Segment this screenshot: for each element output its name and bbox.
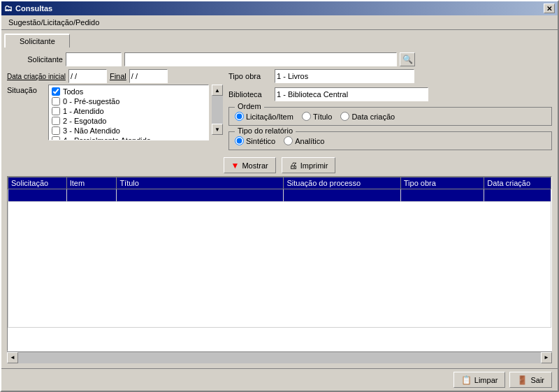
content-area: Solicitante 🔍 Data criação inicial Final (1, 47, 558, 368)
listbox-scroll-down[interactable]: ▼ (212, 124, 223, 135)
left-col: Data criação inicial Final Situação Todo… (7, 69, 223, 150)
data-table: Solicitação Item Título Situação do proc… (8, 177, 551, 328)
tipo-relatorio-radio-sintetico[interactable]: Sintético (235, 136, 275, 145)
col-situacao: Situação do processo (284, 177, 400, 189)
bottom-bar: 📋 Limpar 🚪 Sair (1, 368, 558, 391)
ordem-radio-data[interactable]: Data criação (340, 112, 395, 121)
window-title-icon: 🗂 (4, 3, 13, 13)
tipo-obra-select[interactable]: 1 - Livros2 - Periódicos3 - Outros (275, 69, 414, 83)
situacao-item-todos[interactable]: Todos (50, 87, 207, 96)
tipo-relatorio-radio-sintetico-input[interactable] (235, 136, 244, 145)
data-criacao-inicial-label[interactable]: Data criação inicial (7, 73, 66, 80)
tipo-relatorio-legend: Tipo do relatório (235, 126, 296, 135)
buttons-row: ▼ Mostrar 🖨 Imprimir (7, 157, 552, 173)
ordem-licitacao-label: Licitação/Item (246, 112, 293, 121)
biblioteca-row: Biblioteca 1 - Biblioteca Central2 - Bib… (228, 87, 552, 101)
scroll-left-button[interactable]: ◄ (7, 352, 18, 363)
tipo-obra-row: Tipo obra 1 - Livros2 - Periódicos3 - Ou… (228, 69, 552, 83)
situacao-checkbox-esgotado[interactable] (52, 117, 60, 125)
ordem-radio-licitacao[interactable]: Licitação/Item (235, 112, 293, 121)
col-item: Item (66, 177, 117, 189)
table-row[interactable] (8, 202, 551, 328)
tipo-relatorio-radio-group: Sintético Analítico (235, 136, 546, 145)
close-button[interactable]: ✕ (544, 3, 555, 13)
col-solicitacao: Solicitação (8, 177, 67, 189)
solicitante-row: Solicitante 🔍 (7, 52, 552, 66)
ordem-radio-licitacao-input[interactable] (235, 112, 244, 121)
ordem-radio-group: Licitação/Item Título Data criação (235, 112, 546, 121)
cell-titulo (117, 189, 284, 202)
limpar-button[interactable]: 📋 Limpar (453, 372, 506, 388)
situacao-checkbox-atendido[interactable] (52, 107, 60, 115)
sair-button[interactable]: 🚪 Sair (509, 372, 552, 388)
listbox-scroll-up[interactable]: ▲ (212, 85, 223, 96)
situacao-checkbox-nao-atendido[interactable] (52, 126, 60, 135)
tipo-relatorio-radio-analitico-input[interactable] (284, 136, 293, 145)
situacao-item-nao-atendido[interactable]: 3 - Não Atendido (50, 126, 207, 136)
middle-row: Data criação inicial Final Situação Todo… (7, 69, 552, 150)
situacao-label: Situação (7, 85, 45, 94)
limpar-label: Limpar (474, 376, 498, 384)
table-body (8, 189, 551, 328)
mostrar-icon: ▼ (231, 161, 240, 170)
imprimir-icon: 🖨 (289, 161, 298, 170)
mostrar-label: Mostrar (242, 161, 268, 170)
data-final-input[interactable] (129, 69, 168, 83)
col-data-criacao: Data criação (484, 177, 551, 189)
ordem-radio-titulo-input[interactable] (302, 112, 311, 121)
situacao-checkbox-parcialmente[interactable] (52, 136, 60, 140)
scroll-right-button[interactable]: ► (541, 352, 552, 363)
situacao-label-nao-atendido: 3 - Não Atendido (63, 126, 120, 135)
situacao-checkbox-todos[interactable] (52, 87, 60, 96)
situacao-item-pre-sugestao[interactable]: 0 - Pré-sugestão (50, 96, 207, 106)
cell-tipo-obra (400, 189, 484, 202)
solicitante-input-code[interactable] (66, 52, 122, 66)
tab-solicitante[interactable]: Solicitante (4, 34, 70, 48)
scroll-track[interactable] (18, 352, 541, 363)
situacao-item-atendido[interactable]: 1 - Atendido (50, 106, 207, 116)
final-label[interactable]: Final (110, 72, 126, 80)
col-tipo-obra: Tipo obra (400, 177, 484, 189)
data-inicial-input[interactable] (68, 69, 107, 83)
table-scroll-wrapper[interactable]: Solicitação Item Título Situação do proc… (8, 177, 551, 328)
biblioteca-label: Biblioteca (228, 90, 270, 99)
imprimir-button[interactable]: 🖨 Imprimir (282, 157, 336, 173)
situacao-label-esgotado: 2 - Esgotado (63, 117, 106, 125)
solicitante-label: Solicitante (7, 55, 63, 64)
table-row-selected[interactable] (8, 189, 551, 202)
tipo-relatorio-analitico-label: Analítico (295, 137, 324, 145)
ordem-radio-titulo[interactable]: Título (302, 112, 333, 121)
ordem-data-label: Data criação (351, 112, 395, 121)
cell-item (66, 189, 117, 202)
solicitante-search-button[interactable]: 🔍 (400, 52, 415, 66)
situacao-item-parcialmente[interactable]: 4 - Parcialmente Atendido (50, 136, 207, 140)
ordem-titulo-label: Título (313, 112, 333, 121)
situacao-checkbox-pre-sugestao[interactable] (52, 97, 60, 106)
cell-solicitacao (8, 189, 67, 202)
menu-item-sugestao[interactable]: Sugestão/Licitação/Pedido (4, 17, 103, 28)
arrow-left-icon: ◄ (10, 354, 15, 361)
main-window: 🗂 Consultas ✕ Sugestão/Licitação/Pedido … (0, 0, 559, 392)
tipo-relatorio-sintetico-label: Sintético (246, 137, 275, 145)
menu-bar: Sugestão/Licitação/Pedido (1, 15, 558, 30)
solicitante-input-name[interactable] (124, 52, 397, 66)
mostrar-button[interactable]: ▼ Mostrar (224, 157, 276, 173)
cell-data-criacao (484, 189, 551, 202)
col-titulo: Título (117, 177, 284, 189)
biblioteca-select[interactable]: 1 - Biblioteca Central2 - Biblioteca Set… (275, 87, 428, 101)
ordem-radio-data-input[interactable] (340, 112, 349, 121)
situacao-item-esgotado[interactable]: 2 - Esgotado (50, 116, 207, 126)
ordem-groupbox: Ordem Licitação/Item Título Data cria (228, 107, 552, 126)
tipo-relatorio-groupbox: Tipo do relatório Sintético Analítico (228, 131, 552, 150)
horizontal-scrollbar: ◄ ► (7, 351, 552, 363)
date-row: Data criação inicial Final (7, 69, 223, 83)
imprimir-label: Imprimir (300, 161, 328, 170)
right-col: Tipo obra 1 - Livros2 - Periódicos3 - Ou… (228, 69, 552, 150)
tipo-relatorio-radio-analitico[interactable]: Analítico (284, 136, 324, 145)
situacao-listbox[interactable]: Todos 0 - Pré-sugestão 1 - Atendido (48, 85, 209, 140)
tab-bar: Solicitante (1, 30, 558, 47)
table-header: Solicitação Item Título Situação do proc… (8, 177, 551, 189)
tipo-obra-label: Tipo obra (228, 72, 270, 80)
sair-icon: 🚪 (517, 375, 528, 385)
arrow-right-icon: ► (544, 354, 549, 361)
